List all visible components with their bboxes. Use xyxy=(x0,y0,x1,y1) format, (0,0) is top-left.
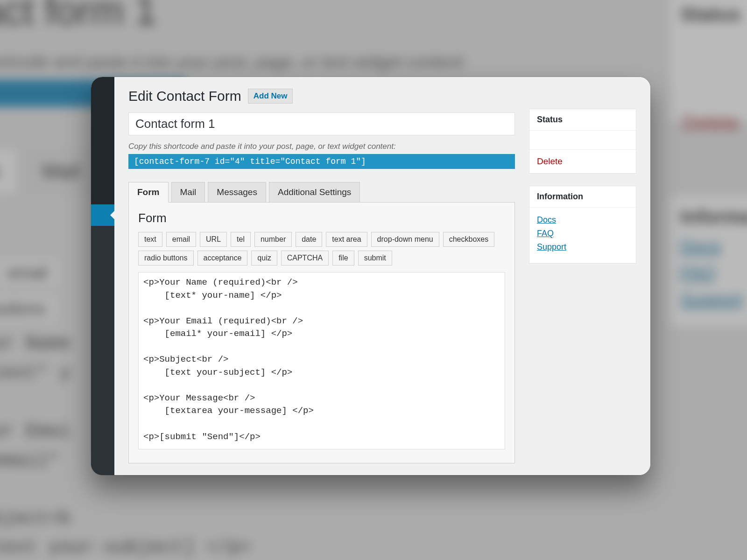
bg-tag-buttons: it email lio buttons xyxy=(0,258,64,330)
admin-menu-active-indicator xyxy=(91,204,114,226)
tag-btn-file[interactable]: file xyxy=(332,251,354,266)
tab-mail[interactable]: Mail xyxy=(171,182,205,202)
modal-body: Edit Contact Form Add New Copy this shor… xyxy=(114,77,650,475)
bg-status-box: Status xyxy=(670,0,747,122)
shortcode-box[interactable]: [contact-form-7 id="4" title="Contact fo… xyxy=(128,154,515,169)
bg-delete: Delete xyxy=(683,112,740,134)
tag-btn-quiz[interactable]: quiz xyxy=(251,251,277,266)
tag-btn-dropdown[interactable]: drop-down menu xyxy=(371,232,439,247)
tag-btn-radio[interactable]: radio buttons xyxy=(138,251,194,266)
tag-btn-captcha[interactable]: CAPTCHA xyxy=(281,251,329,266)
form-title-input[interactable] xyxy=(128,112,515,135)
information-box: Information Docs FAQ Support xyxy=(529,186,636,264)
tag-generator-buttons: text email URL tel number date text area… xyxy=(138,232,505,266)
tag-btn-checkboxes[interactable]: checkboxes xyxy=(443,232,495,247)
tag-btn-tel[interactable]: tel xyxy=(231,232,251,247)
tag-btn-textarea[interactable]: text area xyxy=(326,232,367,247)
form-template-textarea[interactable] xyxy=(138,272,505,449)
form-panel-heading: Form xyxy=(138,211,505,225)
tabs: Form Mail Messages Additional Settings xyxy=(128,182,515,202)
information-box-title: Information xyxy=(529,186,636,208)
shortcode-hint: Copy this shortcode and paste it into yo… xyxy=(128,142,515,151)
bg-title: ntact form 1 xyxy=(0,0,157,34)
docs-link[interactable]: Docs xyxy=(537,215,628,225)
status-box-title: Status xyxy=(529,109,636,131)
tag-btn-date[interactable]: date xyxy=(296,232,322,247)
tab-panel-form: Form text email URL tel number date text… xyxy=(128,202,515,463)
bg-tabs: rm Mail xyxy=(0,149,103,193)
page-title: Edit Contact Form xyxy=(128,88,241,104)
bg-shortcode-hint: is shortcode and paste it into your post… xyxy=(0,52,466,71)
admin-menu-strip xyxy=(91,77,114,475)
page-header: Edit Contact Form Add New xyxy=(128,88,515,104)
tag-btn-number[interactable]: number xyxy=(254,232,292,247)
bg-info-box: Informa Docs FAQ Support xyxy=(670,196,747,326)
tab-messages[interactable]: Messages xyxy=(208,182,266,202)
tab-additional-settings[interactable]: Additional Settings xyxy=(269,182,360,202)
faq-link[interactable]: FAQ xyxy=(537,229,628,238)
delete-link[interactable]: Delete xyxy=(537,156,563,166)
status-box: Status Delete xyxy=(529,109,636,174)
tag-btn-text[interactable]: text xyxy=(138,232,162,247)
support-link[interactable]: Support xyxy=(537,242,628,252)
tag-btn-submit[interactable]: submit xyxy=(358,251,392,266)
tag-btn-url[interactable]: URL xyxy=(200,232,227,247)
tab-form[interactable]: Form xyxy=(128,182,169,203)
add-new-button[interactable]: Add New xyxy=(248,89,293,104)
tag-btn-email[interactable]: email xyxy=(166,232,196,247)
tag-btn-acceptance[interactable]: acceptance xyxy=(197,251,248,266)
status-box-body xyxy=(529,131,636,149)
modal-window: Edit Contact Form Add New Copy this shor… xyxy=(91,77,650,475)
